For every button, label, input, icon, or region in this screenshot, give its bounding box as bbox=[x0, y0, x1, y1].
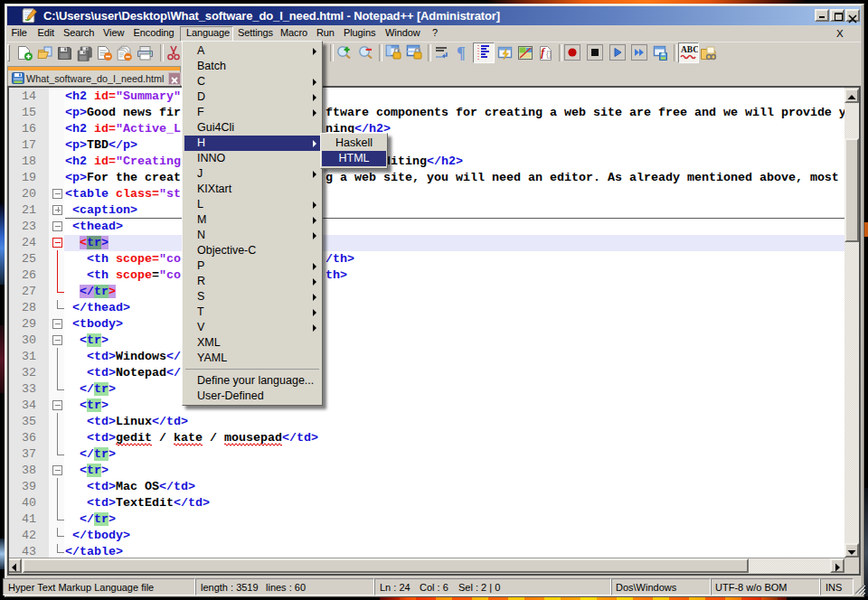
svg-text:{}: {} bbox=[546, 50, 552, 59]
svg-text:ABC: ABC bbox=[681, 45, 698, 54]
svg-text:¶: ¶ bbox=[457, 45, 466, 61]
